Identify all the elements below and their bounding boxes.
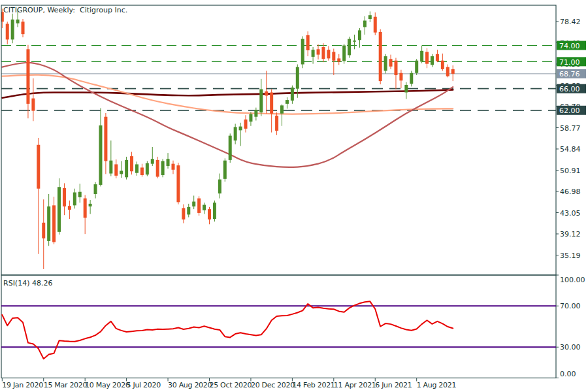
time-axis: 19 Jan 202015 Mar 202010 May 20205 Jul 2… xyxy=(2,378,456,390)
candle-body xyxy=(99,125,102,185)
trading-chart-window: CITIGROUP, Weekly: Citigroup Inc. RSI(14… xyxy=(0,0,588,392)
rsi-panel-border xyxy=(1,275,556,378)
candle-body xyxy=(270,93,273,114)
candle-body xyxy=(68,206,71,210)
candle-body xyxy=(451,69,455,74)
candle-body xyxy=(425,52,429,63)
candle-body xyxy=(306,35,310,50)
candle-body xyxy=(301,39,304,65)
chart-title: CITIGROUP, Weekly: Citigroup Inc. xyxy=(3,6,127,14)
candle xyxy=(420,46,423,63)
candle xyxy=(451,65,455,81)
candle-body xyxy=(436,54,439,61)
date-tick-label: 14 Feb 2021 xyxy=(292,381,335,389)
candle xyxy=(223,158,227,182)
candle-body xyxy=(446,67,449,76)
candle xyxy=(11,14,14,43)
candle-body xyxy=(358,30,361,40)
candle xyxy=(239,123,242,146)
candle-body xyxy=(203,205,206,210)
candle-body xyxy=(399,73,402,81)
candle-body xyxy=(42,223,45,238)
main-price-panel[interactable] xyxy=(1,8,556,269)
candle-body xyxy=(176,165,180,202)
candle xyxy=(84,195,87,235)
candle xyxy=(312,47,315,64)
candle-body xyxy=(22,22,25,34)
candle xyxy=(306,31,310,56)
candle xyxy=(130,152,133,174)
candle-body xyxy=(120,171,123,174)
candle-body xyxy=(156,160,159,177)
level-badge-green: 74.00 xyxy=(557,41,586,51)
price-tick-label: 43.05 xyxy=(560,209,581,218)
candles-layer xyxy=(1,8,455,269)
candle-body xyxy=(374,17,377,33)
candle xyxy=(415,59,418,75)
level-badge-dark: 66.00 xyxy=(557,84,586,94)
candle xyxy=(353,35,356,49)
rsi-tick-label: 100.00 xyxy=(560,276,585,284)
date-tick-label: 20 Dec 2020 xyxy=(251,381,295,389)
candle xyxy=(171,161,174,174)
candle xyxy=(89,200,92,214)
candle-body xyxy=(296,67,299,89)
candle xyxy=(109,140,112,176)
candle-body xyxy=(73,192,76,205)
candle-body xyxy=(327,50,330,58)
candle xyxy=(342,44,346,64)
candle xyxy=(31,78,35,121)
candle xyxy=(410,71,413,86)
candle xyxy=(22,19,25,37)
candle-body xyxy=(31,99,35,111)
candle-body xyxy=(89,204,92,206)
candle-body xyxy=(47,206,50,241)
candle-body xyxy=(223,161,227,179)
candle xyxy=(441,54,444,71)
rsi-panel[interactable]: 100.0070.0030.000.00 xyxy=(1,275,585,378)
date-tick-label: 10 May 2020 xyxy=(85,381,130,389)
candle xyxy=(249,112,252,126)
candle xyxy=(197,196,201,216)
candle-body xyxy=(384,56,387,71)
candle xyxy=(73,189,76,209)
candle-body xyxy=(404,85,408,93)
candle-body xyxy=(234,127,237,140)
candle-body xyxy=(229,136,232,160)
candle-body xyxy=(312,50,315,57)
candle xyxy=(218,174,221,199)
candle xyxy=(167,153,170,169)
candle xyxy=(63,183,66,215)
candle-body xyxy=(125,160,128,177)
candle-body xyxy=(114,164,118,175)
candle-body xyxy=(52,205,56,242)
candle-body xyxy=(208,209,211,220)
date-tick-label: 5 Jul 2020 xyxy=(127,381,161,389)
rsi-tick-label: 0.00 xyxy=(560,370,576,378)
candle xyxy=(52,197,56,244)
candle xyxy=(94,182,97,199)
candle-body xyxy=(167,159,170,166)
candle-body xyxy=(321,47,325,59)
candle-body xyxy=(342,46,346,61)
current-price-badge: 68.76 xyxy=(557,69,586,79)
candle-body xyxy=(57,187,61,232)
candle-body xyxy=(161,161,165,176)
candle-body xyxy=(171,164,174,170)
candle-body xyxy=(37,145,40,189)
candle xyxy=(363,16,367,35)
candle-body xyxy=(379,32,382,81)
candle xyxy=(321,43,325,62)
price-tick-label: 39.12 xyxy=(560,230,581,238)
candlestick-chart-canvas[interactable]: 78.4274.4970.5666.6362.7058.7754.8450.91… xyxy=(0,0,588,392)
ma-long-maroon-line xyxy=(2,90,453,97)
candle-body xyxy=(11,20,14,40)
candle xyxy=(135,161,139,176)
candle-body xyxy=(197,199,201,213)
price-tick-label: 35.19 xyxy=(560,252,581,260)
candle xyxy=(431,54,434,67)
candle xyxy=(425,48,429,69)
price-tick-label: 58.77 xyxy=(560,124,581,133)
candle xyxy=(146,161,149,176)
candle xyxy=(446,64,449,77)
